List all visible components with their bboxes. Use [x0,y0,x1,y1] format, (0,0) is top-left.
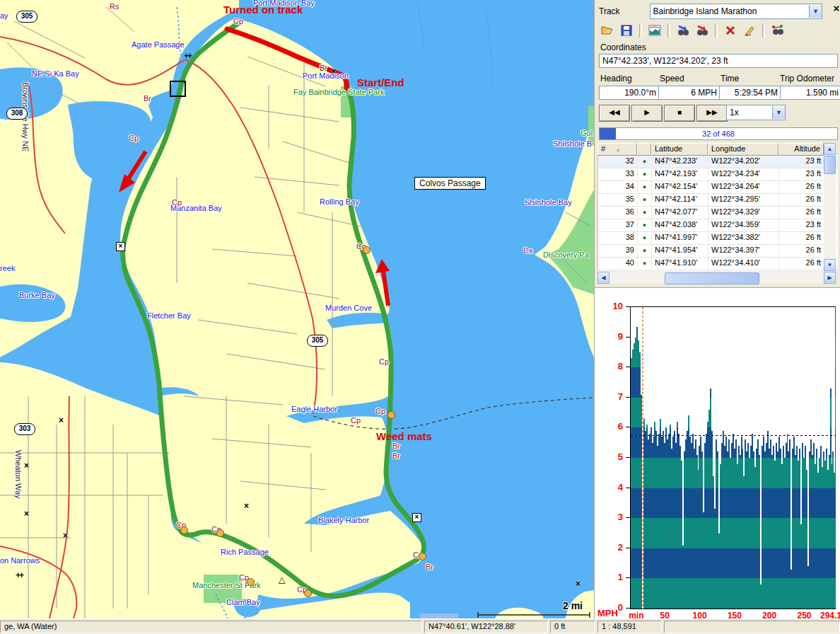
toolbar-separator [762,23,765,38]
status-bar: ge, WA (Water) N47°40.61', W122°28.88' 0… [0,618,840,634]
column-header-altitude[interactable]: Altitude [778,143,824,156]
cell-longitude: W122°34.264' [708,181,779,193]
scroll-left-icon[interactable]: ◀ [597,272,609,284]
map-pane[interactable]: 2 mi ayPort Madison BayAgate PassageNE S… [0,0,594,618]
sort-asc-icon: ▲ [615,146,621,153]
trackpoint-dot-icon: ● [638,181,652,193]
table-row[interactable]: 39●N47°41.954'W122°34.397'26 ft [598,245,838,258]
y-tick-label: 8 [596,361,623,371]
column-header-number[interactable]: #▲ [597,143,637,156]
column-header-latitude[interactable]: Latitude [651,143,708,156]
scroll-up-icon[interactable]: ▲ [824,143,836,155]
cell-longitude: W122°34.202' [708,156,779,168]
save-file-button[interactable] [618,23,635,38]
delete-point-button[interactable] [722,23,739,38]
map-canvas [0,0,594,618]
open-file-button[interactable] [599,23,616,38]
speed-bar-mask [834,307,835,473]
chevron-down-icon[interactable]: ▼ [772,106,785,119]
scroll-track[interactable] [824,175,836,259]
trackpoint-dot-icon: ● [638,156,652,168]
open-folder-icon [601,25,614,36]
status-map-scale: 1 : 48,591 [597,621,662,633]
erase-pencil-button[interactable] [741,23,758,38]
map-hscroll-thumb[interactable] [420,613,458,618]
table-horizontal-scrollbar[interactable]: ◀ ▶ [597,272,836,284]
table-row[interactable]: 33●N47°42.193'W122°34.234'23 ft [598,168,838,181]
vertical-scroll-thumb[interactable] [824,156,836,174]
cell-latitude: N47°41.954' [652,245,708,257]
chart-plot-area[interactable] [630,306,836,609]
coordinates-value: N47°42.233', W122°34.202', 23 ft [599,54,838,68]
table-row[interactable]: 34●N47°42.154'W122°34.264'26 ft [598,181,838,194]
scroll-down-icon[interactable]: ▼ [824,259,836,271]
cell-number: 38 [598,232,638,244]
table-row[interactable]: 40●N47°41.910'W122°34.410'26 ft [598,258,838,270]
cell-altitude: 26 ft [779,232,824,244]
scroll-track[interactable] [609,272,824,283]
toolbar-separator [667,23,670,38]
trip-odometer-value: 1.590 mi [780,86,840,100]
cell-longitude: W122°34.382' [708,232,779,244]
cell-number: 34 [598,181,638,193]
cell-altitude: 26 ft [779,207,824,219]
playback-speed-select[interactable]: 1x ▼ [726,105,786,120]
chart-bars [631,307,836,609]
table-row[interactable]: 38●N47°41.997'W122°34.382'26 ft [598,232,838,245]
play-button[interactable]: ▶ [631,105,663,122]
horizontal-scroll-thumb[interactable] [665,272,759,284]
playback-progress-bar[interactable]: 32 of 468 [599,127,838,140]
profile-chart-button[interactable] [646,23,663,38]
table-row[interactable]: 37●N47°42.038'W122°34.359'23 ft [598,219,838,232]
heading-value: 190.0°m [599,86,660,100]
toolbar-separator [715,23,718,38]
cell-altitude: 26 ft [779,181,824,193]
track-select[interactable]: Bainbridge Island Marathon ▼ [650,4,822,19]
locate-end-button[interactable] [694,23,711,38]
rewind-button[interactable]: ◀◀ [599,105,630,122]
track-select-value: Bainbridge Island Marathon [651,6,809,16]
table-row[interactable]: 36●N47°42.077'W122°34.329'26 ft [598,207,838,219]
chevron-down-icon[interactable]: ▼ [809,5,822,18]
cell-altitude: 23 ft [779,270,824,271]
column-header-longitude[interactable]: Longitude [708,143,778,156]
table-body: 32●N47°42.233'W122°34.202'23 ft33●N47°42… [597,156,838,271]
find-on-map-button[interactable] [769,23,786,38]
cell-longitude: W122°34.329' [708,207,779,219]
save-floppy-icon [621,25,632,36]
profile-chart-icon [648,25,661,36]
trackpoint-dot-icon: ● [638,168,652,180]
table-vertical-scrollbar[interactable]: ▲ ▼ [824,143,836,271]
locate-begin-button[interactable] [675,23,692,38]
fast-forward-button[interactable]: ▶▶ [696,105,728,122]
cell-latitude: N47°41.997' [652,232,708,244]
trackpoint-dot-icon: ● [638,232,652,244]
cell-number: 36 [598,207,638,219]
cell-altitude: 26 ft [779,258,824,270]
table-row[interactable]: 35●N47°42.114'W122°34.295'26 ft [598,194,838,207]
cell-altitude: 26 ft [779,194,824,206]
trackpoint-dot-icon: ● [638,245,652,257]
y-tick-label: 6 [596,421,623,432]
scroll-right-icon[interactable]: ▶ [824,272,836,284]
track-playback-panel: Track Bainbridge Island Marathon ▼ × [594,0,840,618]
binoculars-route-icon [771,25,784,36]
table-row[interactable]: 41●N47°41.866'W122°34.423'23 ft [598,270,838,271]
red-x-icon [725,25,736,36]
table-row[interactable]: 32●N47°42.233'W122°34.202'23 ft [598,156,838,168]
time-value: 5:29:54 PM [719,86,781,100]
y-tick-label: 3 [596,512,623,522]
close-icon[interactable]: × [829,2,840,15]
gps-track-playback-window: 2 mi ayPort Madison BayAgate PassageNE S… [0,0,840,634]
park-manchester [204,575,242,603]
playback-cursor-line[interactable] [642,307,643,609]
trip-odometer-label: Trip Odometer [780,74,834,83]
y-tick-label: 10 [596,301,623,311]
park-golden-gardens [588,106,594,146]
trackpoint-dot-icon: ● [638,258,652,270]
stop-button[interactable]: ■ [664,105,695,122]
cell-longitude: W122°34.234' [708,168,779,180]
cell-number: 35 [598,194,638,206]
column-header-icon[interactable] [637,143,651,156]
track-toolbar [599,22,786,39]
